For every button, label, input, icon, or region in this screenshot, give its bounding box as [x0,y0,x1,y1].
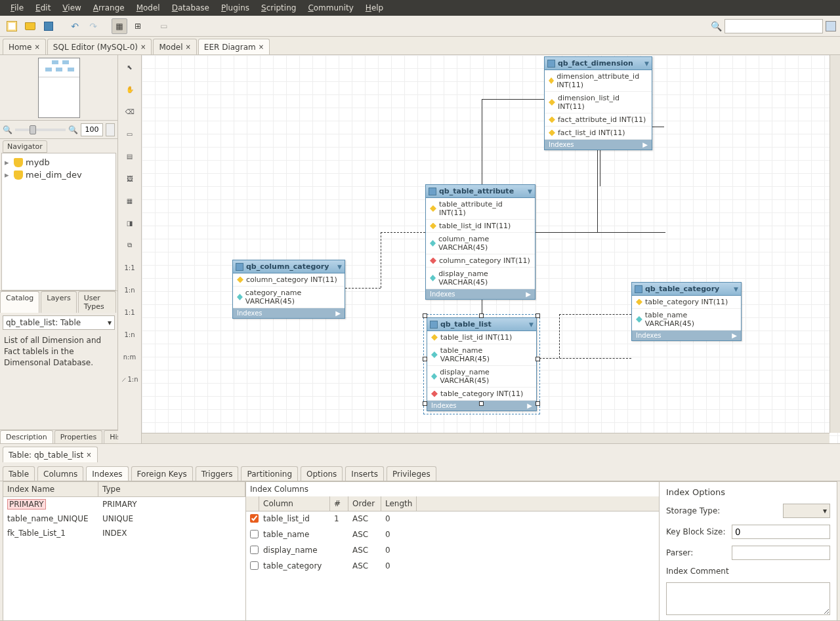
inner-tab-options[interactable]: Options [301,466,343,481]
side-tab-properties[interactable]: Properties [54,430,103,443]
index-list[interactable]: Index NameType PRIMARYPRIMARY table_name… [3,482,246,620]
index-col-row[interactable]: table_categoryASC0 [246,559,659,574]
index-col-row[interactable]: display_nameASC0 [246,543,659,559]
inner-tab-privileges[interactable]: Privileges [387,466,436,481]
er-table-qb-table-list[interactable]: qb_table_list▼ table_list_id INT(11) tab… [427,317,537,411]
menu-arrange[interactable]: Arrange [88,3,130,12]
inner-tab-indexes[interactable]: Indexes [86,466,128,481]
chevron-down-icon[interactable]: ▼ [528,188,532,195]
key-block-input[interactable] [732,525,830,539]
index-col-row[interactable]: table_list_id1ASC0 [246,511,659,527]
side-tab-layers[interactable]: Layers [41,291,76,313]
close-icon[interactable]: × [34,43,39,50]
inner-tab-columns[interactable]: Columns [37,466,83,481]
table-icon [635,285,642,293]
zoom-out-icon[interactable]: 🔍 [3,125,12,134]
close-icon[interactable]: × [140,43,146,50]
side-tab-description[interactable]: Description [0,430,53,443]
pointer-tool[interactable]: ⬉ [122,59,138,75]
search-options-icon[interactable] [826,21,836,31]
rel-1-1-id-tool[interactable]: 1:1 [122,304,138,320]
horizontal-scrollbar[interactable] [142,433,830,443]
close-icon[interactable]: × [86,451,91,458]
inner-tab-partitioning[interactable]: Partitioning [241,466,298,481]
menu-help[interactable]: Help [360,3,388,12]
er-table-qb-table-category[interactable]: qb_table_category▼ table_category INT(11… [631,282,742,341]
inner-tab-table[interactable]: Table [3,466,35,481]
menu-file[interactable]: File [5,3,29,12]
chevron-down-icon[interactable]: ▼ [529,321,534,328]
align-toggle[interactable]: ⊞ [130,18,146,34]
chevron-down-icon[interactable]: ▼ [644,60,649,67]
note-tool[interactable]: ▤ [122,148,138,164]
tree-item-mydb[interactable]: ▸mydb [5,156,113,169]
index-row-unique[interactable]: table_name_UNIQUEUNIQUE [3,511,245,526]
er-table-qb-table-attribute[interactable]: qb_table_attribute▼ table_attribute_id I… [425,184,536,300]
navigator-preview[interactable] [0,55,117,121]
grid-toggle[interactable]: ▦ [112,18,127,34]
col-checkbox[interactable] [250,530,259,538]
diagram-canvas[interactable]: qb_fact_dimension▼ dimension_attribute_i… [142,55,840,443]
chevron-down-icon[interactable]: ▼ [734,286,738,292]
table-icon [236,263,243,271]
chevron-down-icon[interactable]: ▼ [337,264,342,270]
redo-button[interactable]: ↷ [85,18,101,34]
menu-edit[interactable]: Edit [30,3,56,12]
index-comment-textarea[interactable] [666,582,830,615]
tree-item-mei-dim-dev[interactable]: ▸mei_dim_dev [5,169,113,181]
col-checkbox[interactable] [250,546,259,554]
open-button[interactable] [22,18,38,34]
view-tool[interactable]: ◨ [122,215,138,231]
tab-eer-diagram[interactable]: EER Diagram× [198,39,270,54]
index-col-row[interactable]: table_nameASC0 [246,527,659,543]
side-tab-user-types[interactable]: User Types [78,291,116,313]
catalog-tree[interactable]: ▸mydb ▸mei_dim_dev [1,153,116,290]
editor-tab-table[interactable]: Table: qb_table_list× [3,447,98,462]
undo-button[interactable]: ↶ [67,18,83,34]
zoom-input[interactable] [81,123,103,136]
menu-database[interactable]: Database [167,3,215,12]
menu-model[interactable]: Model [131,3,165,12]
table-tool[interactable]: ▦ [122,193,138,209]
notes-button[interactable]: ▭ [156,18,172,34]
zoom-in-icon[interactable]: 🔍 [68,125,78,134]
rel-1-n-id-tool[interactable]: 1:n [122,327,138,342]
index-row-fk[interactable]: fk_Table_List_1INDEX [3,526,245,540]
col-checkbox[interactable] [250,514,259,523]
inner-tab-inserts[interactable]: Inserts [345,466,384,481]
image-tool[interactable]: 🖼 [122,170,138,186]
close-icon[interactable]: × [259,43,264,50]
rel-1-n-tool[interactable]: 1:n [122,282,138,298]
tab-sql-editor[interactable]: SQL Editor (MySQL-0)× [47,39,152,54]
new-button[interactable] [4,18,20,34]
rel-n-m-tool[interactable]: n:m [122,349,138,365]
tab-model[interactable]: Model× [153,39,196,54]
er-table-qb-fact-dimension[interactable]: qb_fact_dimension▼ dimension_attribute_i… [544,56,652,150]
index-row-primary[interactable]: PRIMARYPRIMARY [3,497,245,511]
col-checkbox[interactable] [250,561,259,570]
sidebar-tabs: Catalog Layers User Types [0,290,117,313]
routine-tool[interactable]: ⧉ [122,237,138,253]
zoom-dropdown[interactable] [106,123,115,136]
rel-existing-tool[interactable]: ⟋1:n [122,371,138,387]
menu-community[interactable]: Community [303,3,358,12]
rel-1-1-tool[interactable]: 1:1 [122,260,138,275]
menu-view[interactable]: View [57,3,86,12]
inner-tab-triggers[interactable]: Triggers [196,466,239,481]
parser-input[interactable] [732,546,830,560]
storage-type-select[interactable]: ▾ [783,504,830,518]
object-selector[interactable]: qb_table_list: Table▾ [3,315,115,330]
vertical-scrollbar[interactable] [830,55,840,433]
inner-tab-foreign-keys[interactable]: Foreign Keys [131,466,193,481]
search-input[interactable] [724,19,823,33]
side-tab-catalog[interactable]: Catalog [0,291,39,313]
menu-scripting[interactable]: Scripting [256,3,301,12]
menu-plugins[interactable]: Plugins [216,3,255,12]
er-table-qb-column-category[interactable]: qb_column_category▼ column_category INT(… [232,260,345,319]
layer-tool[interactable]: ▭ [122,126,138,142]
hand-tool[interactable]: ✋ [122,81,138,97]
eraser-tool[interactable]: ⌫ [122,104,138,119]
save-button[interactable] [41,18,56,34]
tab-home[interactable]: Home× [3,39,46,54]
close-icon[interactable]: × [185,43,190,50]
